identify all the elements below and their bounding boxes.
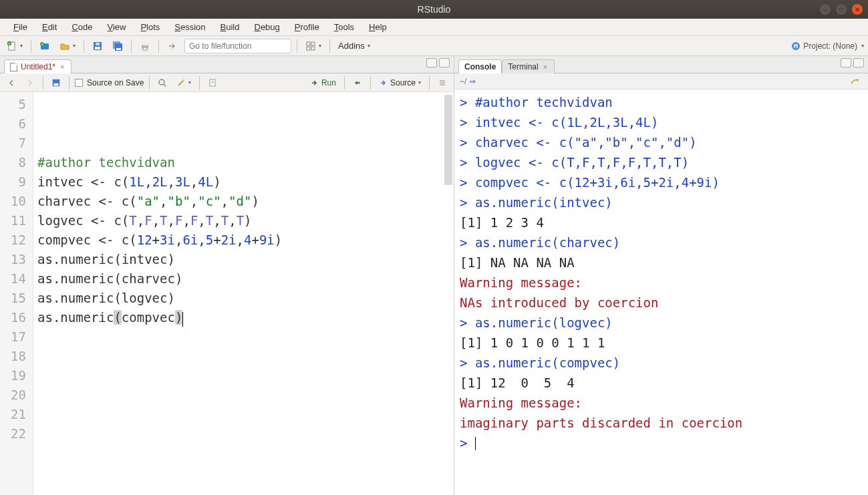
tab-terminal[interactable]: Terminal× — [502, 59, 555, 73]
code-line[interactable] — [37, 424, 450, 444]
tab-console[interactable]: Console — [458, 59, 502, 73]
save-button[interactable] — [90, 39, 106, 53]
console-tabbar: Console Terminal× — [454, 56, 868, 73]
minimize-pane-button[interactable] — [426, 58, 437, 67]
menu-file[interactable]: File — [7, 20, 34, 34]
editor-toolbar: Source on Save ▾ Run Source ▾ — [0, 73, 454, 92]
scrollbar-thumb[interactable] — [444, 95, 452, 185]
find-button[interactable] — [155, 77, 170, 89]
code-line[interactable] — [37, 463, 450, 482]
addins-button[interactable]: Addins ▾ — [335, 39, 373, 52]
svg-point-21 — [159, 79, 164, 85]
new-file-button[interactable]: + ▾ — [4, 39, 25, 53]
close-icon[interactable]: × — [542, 63, 549, 71]
report-button[interactable] — [205, 77, 220, 89]
console-pane: Console Terminal× ~/ ⇒ > #author techvid… — [454, 56, 868, 495]
addins-label: Addins — [338, 41, 365, 51]
document-icon — [10, 63, 17, 71]
grid-view-button[interactable]: ▾ — [303, 39, 324, 53]
svg-rect-8 — [96, 43, 100, 45]
window-minimize-button[interactable]: – — [820, 4, 831, 15]
window-close-button[interactable]: ✕ — [852, 4, 863, 15]
menu-session[interactable]: Session — [168, 20, 212, 34]
new-project-button[interactable]: + — [37, 39, 53, 53]
code-line[interactable]: as.numeric(logvec) — [37, 289, 450, 308]
code-line[interactable]: as.numeric(compvec) — [37, 308, 450, 327]
save-file-button[interactable] — [49, 77, 63, 89]
code-line[interactable]: charvec <- c("a","b","c","d") — [37, 192, 450, 211]
code-line[interactable]: as.numeric(charvec) — [37, 269, 450, 289]
code-line[interactable] — [37, 482, 450, 495]
menu-view[interactable]: View — [100, 20, 132, 34]
menu-help[interactable]: Help — [362, 20, 394, 34]
project-label[interactable]: Project: (None) — [803, 41, 857, 51]
code-line[interactable] — [37, 385, 450, 405]
run-label: Run — [321, 78, 336, 88]
menu-profile[interactable]: Profile — [288, 20, 326, 34]
svg-rect-18 — [311, 47, 315, 50]
console-line: > logvec <- c(T,F,T,F,F,T,T,T) — [460, 152, 863, 172]
run-button[interactable]: Run — [307, 77, 339, 89]
code-line[interactable]: #author techvidvan — [37, 153, 450, 172]
source-button[interactable]: Source ▾ — [376, 77, 424, 89]
code-line[interactable] — [37, 347, 450, 366]
save-all-button[interactable] — [110, 39, 126, 53]
print-button[interactable] — [137, 39, 153, 53]
svg-rect-28 — [359, 81, 359, 84]
code-line[interactable]: logvec <- c(T,F,T,F,F,T,T,T) — [37, 211, 450, 230]
menu-tools[interactable]: Tools — [327, 20, 361, 34]
code-line[interactable] — [37, 405, 450, 424]
console-line: > as.numeric(logvec) — [460, 313, 863, 333]
r-project-icon: R — [792, 42, 800, 50]
code-line[interactable] — [37, 444, 450, 463]
outline-button[interactable] — [435, 77, 450, 89]
close-tab-icon[interactable]: × — [59, 63, 65, 71]
code-line[interactable] — [37, 366, 450, 385]
svg-point-24 — [183, 79, 184, 81]
goto-file-function-input[interactable] — [184, 39, 291, 53]
console-line: > #author techvidvan — [460, 92, 863, 112]
code-line[interactable] — [37, 327, 450, 347]
console-line: > as.numeric(intvec) — [460, 192, 863, 212]
svg-rect-14 — [143, 47, 147, 50]
svg-line-22 — [164, 84, 166, 86]
code-line[interactable]: as.numeric(intvec) — [37, 250, 450, 269]
console-line: > charvec <- c("a","b","c","d") — [460, 132, 863, 152]
code-editor[interactable]: 5678910111213141516171819202122 #author … — [0, 92, 454, 495]
menu-build[interactable]: Build — [214, 20, 247, 34]
back-button[interactable] — [4, 77, 19, 89]
console-line: > — [460, 433, 863, 453]
source-label: Source — [390, 78, 416, 88]
minimize-pane-button[interactable] — [841, 58, 851, 67]
open-file-button[interactable]: ▾ — [57, 39, 78, 53]
menu-plots[interactable]: Plots — [134, 20, 166, 34]
clear-console-button[interactable] — [847, 75, 863, 88]
main-toolbar: + ▾ + ▾ ▾ Addins ▾ R Project: (None) ▾ — [0, 36, 868, 56]
wand-button[interactable]: ▾ — [174, 77, 194, 89]
menu-code[interactable]: Code — [65, 20, 99, 34]
console-output[interactable]: > #author techvidvan> intvec <- c(1L,2L,… — [454, 90, 868, 495]
code-content[interactable]: #author techvidvanintvec <- c(1L,2L,3L,4… — [33, 92, 454, 495]
svg-rect-11 — [116, 48, 121, 50]
svg-text:+: + — [8, 41, 11, 45]
svg-line-23 — [178, 81, 183, 86]
menu-debug[interactable]: Debug — [248, 20, 287, 34]
tab-filename: Untitled1* — [21, 62, 55, 71]
console-line: > as.numeric(compvec) — [460, 353, 863, 373]
console-line: [1] NA NA NA NA — [460, 253, 863, 273]
svg-rect-17 — [307, 47, 310, 50]
goto-function-button[interactable] — [164, 39, 180, 53]
source-on-save-label: Source on Save — [87, 78, 144, 88]
svg-rect-7 — [95, 47, 100, 49]
source-on-save-checkbox[interactable] — [75, 79, 83, 87]
code-line[interactable]: compvec <- c(12+3i,6i,5+2i,4+9i) — [37, 230, 450, 250]
forward-button[interactable] — [23, 77, 37, 89]
code-line[interactable]: intvec <- c(1L,2L,3L,4L) — [37, 172, 450, 192]
source-tab-untitled1[interactable]: Untitled1* × — [4, 59, 71, 73]
console-cwd[interactable]: ~/ ⇒ — [460, 77, 476, 86]
maximize-pane-button[interactable] — [439, 58, 450, 67]
window-maximize-button[interactable]: □ — [836, 4, 847, 15]
maximize-pane-button[interactable] — [853, 58, 864, 67]
rerun-button[interactable] — [350, 77, 365, 89]
menu-edit[interactable]: Edit — [35, 20, 63, 34]
